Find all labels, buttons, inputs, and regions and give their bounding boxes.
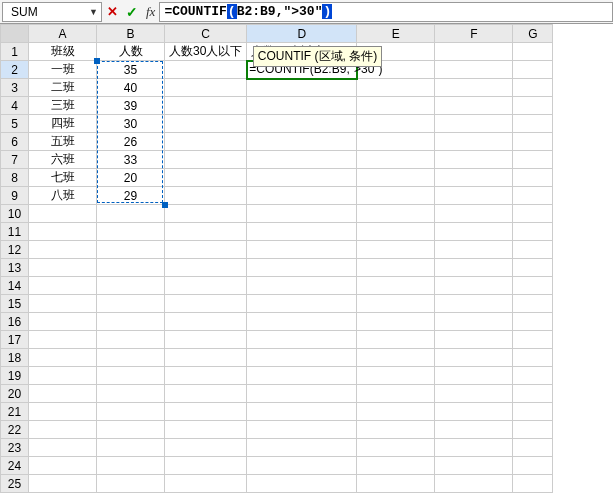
cell-D16[interactable] [247,313,357,331]
row-header-11[interactable]: 11 [1,223,29,241]
cell-E22[interactable] [357,421,435,439]
row-header-4[interactable]: 4 [1,97,29,115]
cell-C5[interactable] [165,115,247,133]
cell-A23[interactable] [29,439,97,457]
cell-F6[interactable] [435,133,513,151]
col-header-A[interactable]: A [29,25,97,43]
cell-B22[interactable] [97,421,165,439]
accept-button[interactable]: ✓ [122,2,142,22]
cell-G18[interactable] [513,349,553,367]
cell-G23[interactable] [513,439,553,457]
row-header-21[interactable]: 21 [1,403,29,421]
cell-A19[interactable] [29,367,97,385]
col-header-B[interactable]: B [97,25,165,43]
cell-B8[interactable]: 20 [97,169,165,187]
row-header-15[interactable]: 15 [1,295,29,313]
cell-B4[interactable]: 39 [97,97,165,115]
cell-G7[interactable] [513,151,553,169]
row-header-22[interactable]: 22 [1,421,29,439]
cell-G19[interactable] [513,367,553,385]
cell-G9[interactable] [513,187,553,205]
cell-C23[interactable] [165,439,247,457]
cell-D19[interactable] [247,367,357,385]
cell-A3[interactable]: 二班 [29,79,97,97]
cell-G14[interactable] [513,277,553,295]
cell-A24[interactable] [29,457,97,475]
cell-F20[interactable] [435,385,513,403]
row-header-6[interactable]: 6 [1,133,29,151]
cell-D10[interactable] [247,205,357,223]
row-header-12[interactable]: 12 [1,241,29,259]
row-header-8[interactable]: 8 [1,169,29,187]
cell-C22[interactable] [165,421,247,439]
cell-F8[interactable] [435,169,513,187]
cell-D20[interactable] [247,385,357,403]
grid-table[interactable]: A B C D E F G 1班级人数人数30人以下人数30人以上2一班35=C… [0,24,553,493]
cell-F12[interactable] [435,241,513,259]
cell-G15[interactable] [513,295,553,313]
cell-C24[interactable] [165,457,247,475]
row-header-13[interactable]: 13 [1,259,29,277]
cell-B9[interactable]: 29 [97,187,165,205]
cell-D6[interactable] [247,133,357,151]
cell-A17[interactable] [29,331,97,349]
cell-B2[interactable]: 35 [97,61,165,79]
cell-A1[interactable]: 班级 [29,43,97,61]
cell-D25[interactable] [247,475,357,493]
cell-C3[interactable] [165,79,247,97]
cell-D17[interactable] [247,331,357,349]
cell-F4[interactable] [435,97,513,115]
cell-C20[interactable] [165,385,247,403]
cell-F25[interactable] [435,475,513,493]
cell-B7[interactable]: 33 [97,151,165,169]
cell-A15[interactable] [29,295,97,313]
row-header-23[interactable]: 23 [1,439,29,457]
cell-E6[interactable] [357,133,435,151]
cell-G25[interactable] [513,475,553,493]
cell-C12[interactable] [165,241,247,259]
col-header-C[interactable]: C [165,25,247,43]
fx-icon[interactable]: fx [146,4,155,20]
col-header-F[interactable]: F [435,25,513,43]
row-header-7[interactable]: 7 [1,151,29,169]
cell-B16[interactable] [97,313,165,331]
cell-D3[interactable] [247,79,357,97]
col-header-E[interactable]: E [357,25,435,43]
cell-G8[interactable] [513,169,553,187]
row-header-10[interactable]: 10 [1,205,29,223]
cell-E18[interactable] [357,349,435,367]
cell-E15[interactable] [357,295,435,313]
cell-E24[interactable] [357,457,435,475]
cell-E5[interactable] [357,115,435,133]
cell-F19[interactable] [435,367,513,385]
cell-G5[interactable] [513,115,553,133]
cell-A18[interactable] [29,349,97,367]
cell-G11[interactable] [513,223,553,241]
cell-G12[interactable] [513,241,553,259]
select-all-corner[interactable] [1,25,29,43]
cell-F16[interactable] [435,313,513,331]
cell-D12[interactable] [247,241,357,259]
cell-B5[interactable]: 30 [97,115,165,133]
cell-A7[interactable]: 六班 [29,151,97,169]
cell-C11[interactable] [165,223,247,241]
cell-B20[interactable] [97,385,165,403]
cell-B14[interactable] [97,277,165,295]
cell-B1[interactable]: 人数 [97,43,165,61]
cell-C10[interactable] [165,205,247,223]
cell-E8[interactable] [357,169,435,187]
col-header-D[interactable]: D [247,25,357,43]
cell-E13[interactable] [357,259,435,277]
cell-G10[interactable] [513,205,553,223]
cell-F18[interactable] [435,349,513,367]
cell-A10[interactable] [29,205,97,223]
cell-F7[interactable] [435,151,513,169]
row-header-17[interactable]: 17 [1,331,29,349]
cell-B6[interactable]: 26 [97,133,165,151]
cell-B10[interactable] [97,205,165,223]
cell-D22[interactable] [247,421,357,439]
cell-A22[interactable] [29,421,97,439]
cell-A25[interactable] [29,475,97,493]
cell-A4[interactable]: 三班 [29,97,97,115]
row-header-19[interactable]: 19 [1,367,29,385]
